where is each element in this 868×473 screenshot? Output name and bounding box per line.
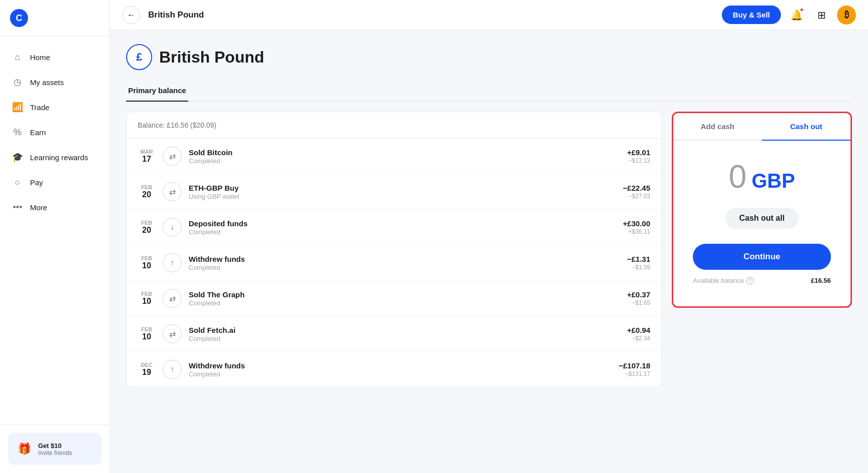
sidebar-item-label-home: Home xyxy=(30,53,50,62)
tabs-bar: Primary balance xyxy=(126,80,852,102)
gift-icon: 🎁 xyxy=(15,440,33,458)
tx-date: FEB 10 xyxy=(138,255,156,270)
buy-sell-button[interactable]: Buy & Sell xyxy=(722,6,781,24)
tx-date: FEB 20 xyxy=(138,220,156,235)
tx-type-icon: ⇄ xyxy=(163,324,182,343)
sidebar-item-earn[interactable]: %Earn xyxy=(0,120,110,145)
notifications-button[interactable]: 🔔 xyxy=(787,6,806,25)
cashout-tabs: Add cash Cash out xyxy=(673,113,850,141)
transaction-row[interactable]: FEB 10 ⇄ Sold The Graph Completed +£0.37… xyxy=(127,281,661,316)
tx-secondary-amount: +$36.11 xyxy=(623,228,650,235)
tx-date: FEB 20 xyxy=(138,184,156,199)
invite-friends-card[interactable]: 🎁 Get $10 Invite friends xyxy=(8,433,102,465)
transaction-row[interactable]: FEB 20 ↓ Deposited funds Completed +£30.… xyxy=(127,210,661,245)
tx-type-icon: ↑ xyxy=(163,360,182,379)
tx-type-icon: ⇄ xyxy=(163,289,182,308)
trade-icon: 📶 xyxy=(12,102,23,113)
tab-cash-out[interactable]: Cash out xyxy=(762,113,850,141)
sidebar-item-trade[interactable]: 📶Trade xyxy=(0,95,110,120)
cashout-amount-section: 0 GBP Cash out all Continue Available ba… xyxy=(673,141,850,296)
tx-name: Withdrew funds xyxy=(189,361,612,370)
tx-status: Completed xyxy=(189,228,616,236)
transaction-row[interactable]: MAR 17 ⇄ Sold Bitcoin Completed +£9.01 −… xyxy=(127,139,661,174)
notification-dot xyxy=(799,8,804,12)
info-icon[interactable]: ? xyxy=(746,277,754,284)
tx-primary-amount: +£9.01 xyxy=(627,148,650,157)
page-title: British Pound xyxy=(159,48,264,67)
coinbase-logo-icon[interactable]: C xyxy=(10,9,28,27)
sidebar-item-label-earn: Earn xyxy=(30,128,46,137)
continue-button[interactable]: Continue xyxy=(693,244,830,270)
tx-secondary-amount: −$27.03 xyxy=(623,193,650,200)
amount-display: 0 GBP xyxy=(729,161,795,193)
currency-circle-icon: £ xyxy=(126,44,152,70)
transaction-row[interactable]: DEC 19 ↑ Withdrew funds Completed −£107.… xyxy=(127,352,661,387)
tx-type-icon: ↓ xyxy=(163,218,182,237)
tx-secondary-amount: −$12.13 xyxy=(627,157,650,164)
sidebar-nav: ⌂Home◷My assets📶Trade%Earn🎓Learning rewa… xyxy=(0,37,110,424)
balance-header: Balance: £16.56 ($20.09) xyxy=(127,112,661,139)
tx-date: FEB 10 xyxy=(138,326,156,341)
grid-icon: ⊞ xyxy=(817,9,826,21)
tx-primary-amount: −£107.18 xyxy=(619,361,650,370)
tx-type-icon: ↑ xyxy=(163,253,182,272)
sidebar-item-label-my-assets: My assets xyxy=(30,78,64,87)
sidebar-item-label-trade: Trade xyxy=(30,103,50,112)
my-assets-icon: ◷ xyxy=(12,77,23,88)
amount-number: 0 xyxy=(729,161,747,193)
sidebar-footer: 🎁 Get $10 Invite friends xyxy=(0,424,110,473)
cash-out-all-button[interactable]: Cash out all xyxy=(725,208,799,229)
tab-primary-balance[interactable]: Primary balance xyxy=(126,80,188,102)
tx-name: Sold The Graph xyxy=(189,290,620,299)
apps-grid-button[interactable]: ⊞ xyxy=(812,6,831,25)
tx-secondary-amount: −$2.34 xyxy=(627,335,650,342)
invite-cta-title: Get $10 xyxy=(38,442,72,449)
tx-primary-amount: +£0.94 xyxy=(627,326,650,334)
page-header: £ British Pound xyxy=(126,44,852,70)
content-area: £ British Pound Primary balance Balance:… xyxy=(110,30,868,473)
cashout-panel: Add cash Cash out 0 GBP Cash out all Con… xyxy=(672,112,852,308)
tx-name: Withdrew funds xyxy=(189,255,620,263)
transaction-panel: Balance: £16.56 ($20.09) MAR 17 ⇄ Sold B… xyxy=(126,112,662,387)
tx-status: Completed xyxy=(189,264,620,271)
tx-name: ETH-GBP Buy xyxy=(189,184,616,192)
tx-status: Completed xyxy=(189,157,620,165)
invite-cta-subtitle: Invite friends xyxy=(38,449,72,456)
transaction-row[interactable]: FEB 20 ⇄ ETH-GBP Buy Using GBP wallet −£… xyxy=(127,174,661,210)
tx-primary-amount: +£0.37 xyxy=(627,290,650,299)
tx-primary-amount: −£1.31 xyxy=(627,255,650,263)
tab-add-cash[interactable]: Add cash xyxy=(673,113,762,141)
tx-status: Completed xyxy=(189,335,620,342)
sidebar-item-home[interactable]: ⌂Home xyxy=(0,45,110,70)
sidebar-logo: C xyxy=(0,0,110,37)
sidebar-item-my-assets[interactable]: ◷My assets xyxy=(0,70,110,95)
transaction-list: MAR 17 ⇄ Sold Bitcoin Completed +£9.01 −… xyxy=(127,139,661,387)
sidebar-item-learning-rewards[interactable]: 🎓Learning rewards xyxy=(0,145,110,170)
pay-icon: ○ xyxy=(12,177,23,188)
tx-secondary-amount: −$1.59 xyxy=(627,264,650,271)
learning-rewards-icon: 🎓 xyxy=(12,152,23,163)
sidebar: C ⌂Home◷My assets📶Trade%Earn🎓Learning re… xyxy=(0,0,110,473)
available-balance-label: Available balance xyxy=(693,277,744,284)
user-avatar-button[interactable]: ₿ xyxy=(837,6,856,25)
tx-type-icon: ⇄ xyxy=(163,147,182,166)
tx-date: MAR 17 xyxy=(138,149,156,164)
sidebar-item-pay[interactable]: ○Pay xyxy=(0,170,110,195)
transaction-row[interactable]: FEB 10 ↑ Withdrew funds Completed −£1.31… xyxy=(127,245,661,281)
tx-status: Completed xyxy=(189,299,620,307)
back-button[interactable]: ← xyxy=(122,6,140,24)
sidebar-item-label-more: More xyxy=(30,203,47,212)
sidebar-item-label-learning-rewards: Learning rewards xyxy=(30,153,88,162)
tx-secondary-amount: −$1.65 xyxy=(627,299,650,306)
more-icon: ••• xyxy=(12,202,23,213)
tx-primary-amount: −£22.45 xyxy=(623,184,650,192)
available-balance-value: £16.56 xyxy=(811,277,831,284)
tx-name: Deposited funds xyxy=(189,219,616,228)
topbar: ← British Pound Buy & Sell 🔔 ⊞ ₿ xyxy=(110,0,868,30)
tx-date: DEC 19 xyxy=(138,362,156,377)
transaction-row[interactable]: FEB 10 ⇄ Sold Fetch.ai Completed +£0.94 … xyxy=(127,316,661,352)
earn-icon: % xyxy=(12,127,23,138)
sidebar-item-more[interactable]: •••More xyxy=(0,195,110,220)
tx-name: Sold Bitcoin xyxy=(189,148,620,157)
tx-primary-amount: +£30.00 xyxy=(623,219,650,228)
